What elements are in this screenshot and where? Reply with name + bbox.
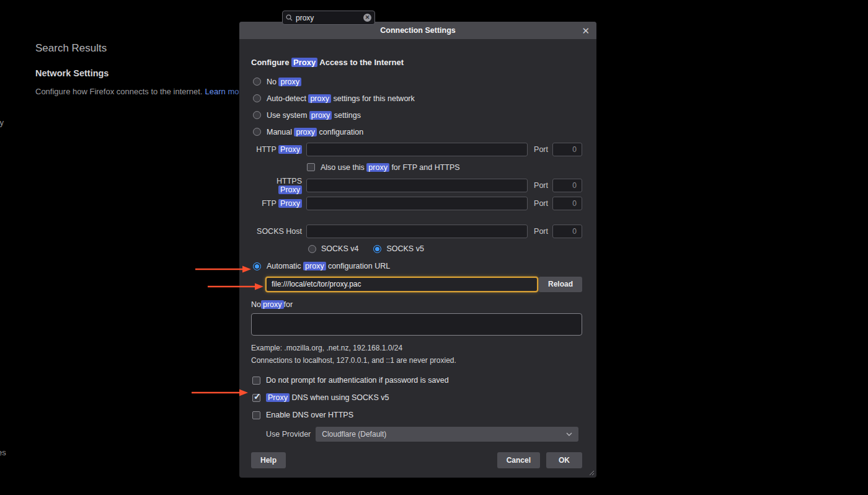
annotation-arrow-automatic-proxy <box>195 265 252 274</box>
resize-grip[interactable] <box>588 469 595 476</box>
radio-socks-v5[interactable] <box>373 245 381 253</box>
settings-search-box[interactable]: proxy ✕ <box>282 11 375 25</box>
socks-host-label: SOCKS Host <box>251 227 306 236</box>
checkbox-icon[interactable] <box>252 411 260 419</box>
ftp-proxy-input[interactable] <box>306 197 528 210</box>
network-settings-description: Configure how Firefox connects to the in… <box>35 87 242 96</box>
radio-auto-detect-proxy[interactable]: Auto-detect proxy settings for this netw… <box>251 90 582 107</box>
radio-manual-proxy[interactable]: Manual proxy configuration <box>251 123 582 140</box>
https-port-input[interactable] <box>552 179 582 192</box>
https-proxy-label: HTTPS Proxy <box>251 177 306 194</box>
radio-icon[interactable] <box>253 111 261 119</box>
radio-socks-v4[interactable] <box>308 245 316 253</box>
heading-highlight: Proxy <box>291 58 317 67</box>
automatic-proxy-radio[interactable]: Automatic proxy configuration URL <box>251 257 582 275</box>
no-proxy-for-textarea[interactable] <box>251 313 582 336</box>
ftp-proxy-label: FTP Proxy <box>251 199 306 208</box>
annotation-arrow-proxy-dns <box>191 388 249 397</box>
http-proxy-input[interactable] <box>306 143 528 156</box>
ok-button[interactable]: OK <box>546 452 582 468</box>
radio-label: Auto-detect proxy settings for this netw… <box>267 94 415 103</box>
http-proxy-label: HTTP Proxy <box>251 145 306 154</box>
search-icon <box>286 14 293 21</box>
network-settings-title: Network Settings <box>35 68 108 78</box>
radio-label: Manual proxy configuration <box>267 128 363 136</box>
radio-icon[interactable] <box>253 128 261 136</box>
port-label: Port <box>534 199 548 208</box>
radio-icon[interactable] <box>253 78 261 86</box>
dialog-title: Connection Settings <box>380 26 456 35</box>
radio-label: No proxy <box>267 78 301 86</box>
dns-provider-select[interactable]: Cloudflare (Default) <box>316 427 578 442</box>
checkbox-label: Also use this proxy for FTP and HTTPS <box>321 163 460 172</box>
radio-label: Automatic proxy configuration URL <box>267 262 390 270</box>
selected-provider: Cloudflare (Default) <box>322 430 386 439</box>
sidebar-text-fragment-top: ty <box>0 118 4 127</box>
annotation-arrow-pac-url <box>207 282 264 291</box>
connection-settings-dialog: Connection Settings ✕ Configure Proxy Ac… <box>239 22 596 478</box>
checkbox-label: Do not prompt for authentication if pass… <box>266 376 449 385</box>
radio-label: Use system proxy settings <box>267 111 361 120</box>
checkbox-label: Enable DNS over HTTPS <box>266 411 353 419</box>
reload-button[interactable]: Reload <box>539 277 582 292</box>
dialog-heading: Configure Proxy Access to the Internet <box>251 58 582 67</box>
dialog-body: Configure Proxy Access to the Internet N… <box>239 39 596 468</box>
https-proxy-input[interactable] <box>306 179 528 192</box>
search-input-value[interactable]: proxy <box>296 14 360 22</box>
port-label: Port <box>534 227 548 236</box>
port-label: Port <box>534 181 548 190</box>
heading-text: Configure <box>251 58 291 67</box>
learn-more-link[interactable]: Learn mor <box>205 87 242 96</box>
checkbox-label: Proxy DNS when using SOCKS v5 <box>266 393 389 402</box>
no-proxy-note: Connections to localhost, 127.0.0.1, and… <box>251 354 582 367</box>
socks-host-row: SOCKS Host Port <box>251 222 582 240</box>
checkbox-icon[interactable] <box>307 163 315 171</box>
no-proxy-for-label: No proxy for <box>251 297 582 312</box>
radio-icon[interactable] <box>253 94 261 102</box>
chevron-down-icon <box>566 432 572 436</box>
screen: Search Results Network Settings Configur… <box>0 0 868 495</box>
port-label: Port <box>534 145 548 154</box>
checkbox-icon[interactable] <box>252 377 260 385</box>
search-results-title: Search Results <box>35 42 107 55</box>
checkbox-checked-icon[interactable] <box>252 394 260 402</box>
dns-over-https-checkbox[interactable]: Enable DNS over HTTPS <box>251 406 582 424</box>
provider-row: Use Provider Cloudflare (Default) <box>251 426 582 442</box>
socks-version-row: SOCKS v4 SOCKS v5 <box>251 240 582 257</box>
socks-port-input[interactable] <box>552 225 582 238</box>
pac-url-input[interactable] <box>265 277 538 292</box>
socks-v5-label: SOCKS v5 <box>386 244 423 253</box>
use-provider-label: Use Provider <box>266 430 311 439</box>
no-proxy-example: Example: .mozilla.org, .net.nz, 192.168.… <box>251 342 582 354</box>
radio-no-proxy[interactable]: No proxy <box>251 73 582 90</box>
dialog-buttons: Help Cancel OK <box>251 452 582 468</box>
close-icon[interactable]: ✕ <box>582 26 590 35</box>
clear-search-icon[interactable]: ✕ <box>363 14 371 22</box>
pac-url-row: Reload <box>251 275 582 293</box>
socks-host-input[interactable] <box>306 225 528 238</box>
http-proxy-row: HTTP Proxy Port <box>251 140 582 158</box>
https-proxy-row: HTTPS Proxy Port <box>251 176 582 194</box>
no-auth-prompt-checkbox[interactable]: Do not prompt for authentication if pass… <box>251 372 582 389</box>
socks-v4-label: SOCKS v4 <box>321 244 358 253</box>
heading-text: Access to the Internet <box>317 58 404 67</box>
ftp-port-input[interactable] <box>552 197 582 210</box>
description-text: Configure how Firefox connects to the in… <box>35 87 203 96</box>
sidebar-text-fragment-bottom: es <box>0 448 6 457</box>
radio-icon[interactable] <box>253 262 261 270</box>
also-use-proxy-checkbox-row[interactable]: Also use this proxy for FTP and HTTPS <box>251 158 582 176</box>
cancel-button[interactable]: Cancel <box>497 452 540 468</box>
ftp-proxy-row: FTP Proxy Port <box>251 194 582 212</box>
proxy-dns-checkbox[interactable]: Proxy DNS when using SOCKS v5 <box>251 389 582 406</box>
radio-system-proxy[interactable]: Use system proxy settings <box>251 107 582 123</box>
http-port-input[interactable] <box>552 143 582 156</box>
help-button[interactable]: Help <box>251 452 286 468</box>
